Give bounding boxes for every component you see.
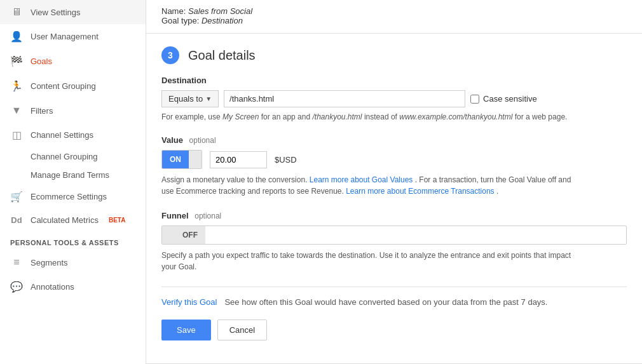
value-row: ON $USD xyxy=(161,150,627,169)
verify-goal-link[interactable]: Verify this Goal xyxy=(161,297,217,307)
sidebar-item-user-management[interactable]: 👤 User Management xyxy=(0,24,146,49)
destination-label: Destination xyxy=(161,76,627,85)
calculated-metrics-icon: Dd xyxy=(10,215,23,225)
verify-row: Verify this Goal See how often this Goal… xyxy=(161,297,627,307)
save-button[interactable]: Save xyxy=(161,320,211,340)
value-amount-input[interactable] xyxy=(210,151,267,168)
channel-settings-icon: ◫ xyxy=(10,129,23,141)
funnel-label: Funnel optional xyxy=(161,211,627,220)
value-description: Assign a monetary value to the conversio… xyxy=(161,174,575,197)
funnel-description: Specify a path you expect traffic to tak… xyxy=(161,250,575,273)
destination-row: Equals to ▼ Case sensitive xyxy=(161,90,627,107)
verify-description: See how often this Goal would have conve… xyxy=(224,297,547,307)
annotations-icon: 💬 xyxy=(10,281,23,293)
case-sensitive-checkbox[interactable] xyxy=(470,95,479,104)
value-toggle-on[interactable]: ON xyxy=(161,150,202,169)
content-grouping-icon: 🏃 xyxy=(10,80,23,92)
value-optional: optional xyxy=(189,136,216,145)
funnel-toggle-off[interactable]: OFF xyxy=(161,226,627,245)
segments-icon: ≡ xyxy=(10,257,23,268)
sidebar-item-channel-grouping[interactable]: Channel Grouping xyxy=(31,147,146,166)
step-circle: 3 xyxy=(161,46,179,64)
sidebar-sub-channel: Channel Grouping Manage Brand Terms xyxy=(0,147,146,184)
sidebar-item-content-grouping[interactable]: 🏃 Content Grouping xyxy=(0,74,146,98)
funnel-section: Funnel optional OFF Specify a path you e… xyxy=(161,211,627,273)
goal-values-link[interactable]: Learn more about Goal Values xyxy=(310,175,413,184)
value-section: Value optional ON $USD Assign a monetary… xyxy=(161,135,627,197)
divider-1 xyxy=(161,286,627,287)
case-sensitive-row: Case sensitive xyxy=(470,94,537,104)
toggle-on-label: ON xyxy=(162,151,189,168)
user-management-icon: 👤 xyxy=(10,30,23,43)
sidebar-item-calculated-metrics[interactable]: Dd Calculated Metrics BETA xyxy=(0,209,146,231)
toggle-on-slider xyxy=(189,151,201,168)
goal-details-section: 3 Goal details Destination Equals to ▼ xyxy=(146,34,642,363)
dropdown-arrow-icon: ▼ xyxy=(205,95,212,102)
main-content: Name: Sales from Social Goal type: Desti… xyxy=(146,0,642,364)
toggle-off-slider xyxy=(162,226,175,244)
top-info-bar: Name: Sales from Social Goal type: Desti… xyxy=(146,0,642,34)
sidebar-item-annotations[interactable]: 💬 Annotations xyxy=(0,274,146,299)
sidebar-item-segments[interactable]: ≡ Segments xyxy=(0,250,146,274)
goals-icon: 🏁 xyxy=(10,55,23,67)
sidebar-item-filters[interactable]: ▼ Filters xyxy=(0,98,146,123)
value-label: Value optional xyxy=(161,135,627,145)
sidebar: 🖥 View Settings 👤 User Management 🏁 Goal… xyxy=(0,0,146,364)
goal-type-value: Destination xyxy=(201,16,243,25)
destination-hint: For example, use My Screen for an app an… xyxy=(161,112,627,121)
goal-type-label: Goal type: xyxy=(161,16,199,25)
beta-badge: BETA xyxy=(109,217,125,224)
case-sensitive-label: Case sensitive xyxy=(483,94,537,104)
equals-to-button[interactable]: Equals to ▼ xyxy=(161,90,219,107)
action-row: Save Cancel xyxy=(161,320,627,340)
step-header: 3 Goal details xyxy=(161,46,627,64)
toggle-off-label: OFF xyxy=(175,226,205,244)
sidebar-item-view-settings[interactable]: 🖥 View Settings xyxy=(0,0,146,24)
ecommerce-transactions-link[interactable]: Learn more about Ecommerce Transactions xyxy=(346,187,494,196)
name-value: Sales from Social xyxy=(188,6,252,16)
step-title: Goal details xyxy=(188,48,256,63)
sidebar-item-goals[interactable]: 🏁 Goals xyxy=(0,49,146,74)
filters-icon: ▼ xyxy=(10,105,23,116)
personal-tools-header: PERSONAL TOOLS & ASSETS xyxy=(0,231,146,250)
sidebar-item-ecommerce-settings[interactable]: 🛒 Ecommerce Settings xyxy=(0,184,146,209)
sidebar-item-manage-brand-terms[interactable]: Manage Brand Terms xyxy=(31,166,146,184)
destination-input[interactable] xyxy=(224,90,465,107)
funnel-optional: optional xyxy=(195,212,221,220)
destination-section: Destination Equals to ▼ Case sensitive F… xyxy=(161,76,627,121)
cancel-inline-button[interactable]: Cancel xyxy=(217,320,267,340)
name-label: Name: xyxy=(161,6,186,16)
sidebar-item-channel-settings[interactable]: ◫ Channel Settings xyxy=(0,123,146,147)
view-settings-icon: 🖥 xyxy=(10,6,23,18)
ecommerce-settings-icon: 🛒 xyxy=(10,191,23,203)
currency-label: $USD xyxy=(275,155,297,165)
